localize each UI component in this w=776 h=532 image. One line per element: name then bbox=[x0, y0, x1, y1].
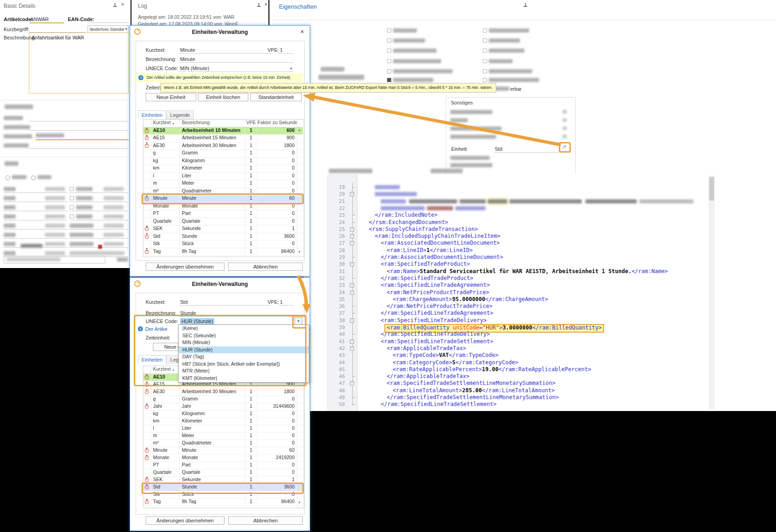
table-row[interactable]: StkStück10 bbox=[143, 491, 303, 499]
dropdown-option[interactable]: MTR (Meter) bbox=[179, 367, 309, 375]
checkbox[interactable] bbox=[387, 59, 391, 63]
standard-dropdown[interactable]: länderlose Standar bbox=[87, 25, 129, 33]
close-icon[interactable]: × bbox=[300, 280, 304, 287]
table-row[interactable]: AE30Arbeitseinheit 30 Minuten11800 bbox=[143, 389, 303, 396]
pin-icon[interactable] bbox=[523, 3, 528, 8]
table-row[interactable]: MinuteMinute160 bbox=[143, 195, 303, 203]
table-row[interactable]: kgKilogramm10 bbox=[143, 158, 303, 165]
checkbox[interactable] bbox=[387, 38, 391, 43]
dropdown-option[interactable]: HUR (Stunde) bbox=[179, 346, 309, 354]
table-row[interactable]: JahrJahr131449600 bbox=[143, 403, 303, 411]
checkbox[interactable] bbox=[387, 69, 391, 73]
xml-scrollbar-thumb[interactable] bbox=[709, 177, 714, 201]
checkbox[interactable] bbox=[483, 59, 487, 63]
dropdown-option[interactable]: KMT (Kilometer) bbox=[179, 375, 309, 382]
dropdown-option[interactable]: H87 (Stück [ein Stück, Artikel oder Exem… bbox=[179, 361, 309, 368]
checkbox[interactable] bbox=[483, 49, 487, 53]
fold-collapse-icon[interactable]: − bbox=[350, 234, 354, 238]
table-row[interactable]: MonateMonate12419200 bbox=[143, 455, 303, 462]
close-icon[interactable]: × bbox=[121, 2, 124, 7]
checkbox[interactable] bbox=[387, 78, 391, 82]
tab-legende[interactable]: Legende bbox=[166, 110, 194, 119]
kurztext-input[interactable]: Std bbox=[180, 299, 188, 305]
table-row[interactable]: kgKilogramm10 bbox=[143, 411, 303, 418]
tab-einheiten[interactable]: Einheiten bbox=[138, 355, 166, 364]
sort-asc-icon[interactable]: ▲ bbox=[172, 368, 175, 371]
tab-einheiten[interactable]: Einheiten bbox=[138, 110, 166, 119]
fold-collapse-icon[interactable]: − bbox=[350, 283, 354, 287]
table-row[interactable]: Tag8h Tag186400 bbox=[143, 499, 303, 506]
fold-collapse-icon[interactable]: − bbox=[350, 340, 354, 344]
table-row[interactable]: mMeter10 bbox=[143, 433, 303, 440]
pin-icon[interactable] bbox=[257, 3, 261, 8]
bezeichnung-input[interactable]: Stunde bbox=[180, 310, 196, 316]
table-row[interactable]: QuartaleQuartale10 bbox=[143, 469, 303, 477]
fold-collapse-icon[interactable]: − bbox=[350, 346, 354, 351]
fold-collapse-icon[interactable]: − bbox=[350, 381, 354, 385]
fold-collapse-icon[interactable]: − bbox=[350, 262, 354, 266]
cancel-button[interactable]: Abbrechen bbox=[228, 516, 303, 525]
xml-scrollbar[interactable] bbox=[709, 176, 715, 409]
fold-collapse-icon[interactable]: − bbox=[350, 192, 354, 196]
fold-collapse-icon[interactable]: − bbox=[350, 318, 354, 323]
einheit-value[interactable]: Std bbox=[495, 146, 503, 152]
table-row[interactable]: MonateMonate10 bbox=[143, 203, 303, 210]
artikelcode-input[interactable]: ANWAR bbox=[30, 16, 49, 22]
table-row[interactable]: kmKilometer10 bbox=[143, 165, 303, 172]
table-row[interactable]: m²Quadratmeter10 bbox=[143, 440, 303, 447]
fold-collapse-icon[interactable]: − bbox=[350, 227, 354, 231]
table-row[interactable]: Tag8h Tag186400 bbox=[143, 248, 303, 256]
vpe-input[interactable]: 1 bbox=[280, 47, 283, 53]
scroll-down-icon[interactable]: ▼ bbox=[298, 250, 301, 253]
table-row[interactable]: AE15Arbeitseinheit 15 Minuten1900 bbox=[143, 135, 303, 142]
table-row[interactable]: m²Quadratmeter10 bbox=[143, 188, 303, 195]
table-row[interactable]: mMeter10 bbox=[143, 180, 303, 187]
table-row[interactable]: StdStunde13600 bbox=[143, 233, 303, 241]
table-row[interactable]: lLiter10 bbox=[143, 173, 303, 180]
checkbox[interactable] bbox=[70, 205, 74, 209]
apply-button[interactable]: Änderungen übernehmen bbox=[146, 263, 224, 271]
fold-collapse-icon[interactable]: − bbox=[350, 291, 354, 295]
table-row[interactable]: StdStunde13600 bbox=[143, 484, 303, 491]
dropdown-option[interactable]: SEC (Sekunde) bbox=[179, 332, 309, 340]
radio-button[interactable] bbox=[5, 176, 10, 180]
checkbox[interactable] bbox=[483, 78, 487, 82]
table-row[interactable]: SEKSekunde11 bbox=[143, 225, 303, 233]
checkbox[interactable] bbox=[387, 28, 391, 33]
checkbox[interactable] bbox=[483, 69, 487, 73]
sort-asc-icon[interactable]: ▲ bbox=[172, 122, 175, 125]
dropdown-option[interactable]: (Keine) bbox=[179, 325, 309, 332]
standardeinheit-button[interactable]: Standardeinheit bbox=[250, 93, 302, 101]
beschreibung-textarea[interactable]: Anfahrtsartikel für WAR bbox=[29, 33, 129, 93]
checkbox[interactable] bbox=[387, 49, 391, 53]
unece-input[interactable]: MIN (Minute) bbox=[180, 66, 209, 71]
kurztext-input[interactable]: Minute bbox=[180, 47, 195, 53]
radio-button[interactable] bbox=[31, 176, 36, 180]
checkbox[interactable] bbox=[483, 38, 487, 43]
einheit-loeschen-button[interactable]: Einheit löschen bbox=[198, 93, 248, 101]
fold-collapse-icon[interactable]: − bbox=[350, 241, 354, 245]
dropdown-option[interactable]: DAY (Tag) bbox=[179, 353, 309, 361]
table-row[interactable]: StkStück10 bbox=[143, 241, 303, 248]
table-row[interactable]: lLiter10 bbox=[143, 425, 303, 433]
checkbox[interactable] bbox=[70, 196, 74, 200]
apply-button[interactable]: Änderungen übernehmen bbox=[146, 516, 224, 525]
scroll-up-icon[interactable]: ▲ bbox=[298, 128, 301, 132]
checkbox[interactable] bbox=[70, 187, 74, 191]
neue-einheit-button[interactable]: Neue Einheit bbox=[146, 93, 196, 101]
table-row[interactable]: SEKSekunde11 bbox=[143, 477, 303, 484]
table-row[interactable]: gGramm10 bbox=[143, 150, 303, 157]
ean-input[interactable] bbox=[90, 22, 129, 23]
unece-input[interactable]: HUR (Stunde) bbox=[180, 318, 214, 324]
close-icon[interactable]: × bbox=[264, 2, 268, 7]
chevron-down-icon[interactable]: ▼ bbox=[290, 67, 293, 70]
table-row[interactable]: QuartaleQuartale10 bbox=[143, 218, 303, 225]
checkbox[interactable] bbox=[483, 28, 487, 33]
vpe-input[interactable]: 1 bbox=[280, 299, 283, 305]
bezeichnung-input[interactable]: Minute bbox=[180, 56, 195, 62]
close-icon[interactable]: × bbox=[300, 27, 304, 35]
dropdown-option[interactable]: MIN (Minute) bbox=[179, 339, 309, 346]
scroll-down-icon[interactable]: ▼ bbox=[298, 501, 301, 504]
table-row[interactable]: AE30Arbeitseinheit 30 Minuten11800 bbox=[143, 143, 303, 150]
cancel-button[interactable]: Abbrechen bbox=[228, 263, 303, 271]
